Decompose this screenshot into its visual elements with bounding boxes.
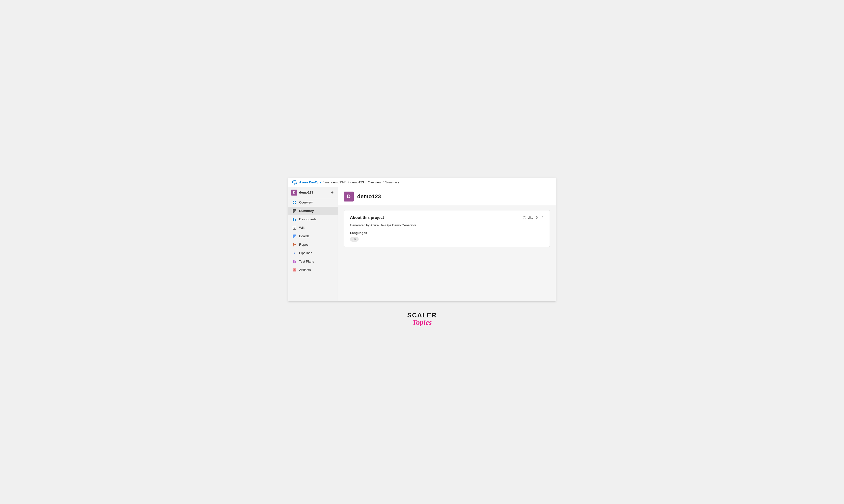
sidebar-nav: Overview Summary: [288, 198, 338, 274]
dashboards-icon: [292, 217, 297, 221]
sidebar-item-dashboards-label: Dashboards: [299, 217, 317, 221]
about-card: About this project Like 0: [344, 210, 550, 247]
about-card-header: About this project Like 0: [350, 215, 544, 220]
sidebar-project-name[interactable]: demo123: [299, 191, 313, 194]
pipelines-icon: [292, 251, 297, 255]
sidebar-item-artifacts-label: Artifacts: [299, 268, 311, 272]
boards-icon: [292, 234, 297, 238]
svg-rect-5: [293, 211, 296, 211]
sidebar-item-overview[interactable]: Overview: [288, 198, 338, 207]
sidebar-item-repos-label: Repos: [299, 243, 308, 247]
sidebar-item-artifacts[interactable]: Artifacts: [288, 266, 338, 274]
about-title: About this project: [350, 215, 384, 220]
languages-section: Languages C#: [350, 231, 544, 242]
breadcrumb-org[interactable]: mandemo1344: [325, 180, 347, 184]
sidebar-item-boards[interactable]: Boards: [288, 232, 338, 240]
like-button[interactable]: Like: [523, 216, 534, 220]
breadcrumb-project[interactable]: demo123: [351, 180, 364, 184]
main-layout: D demo123 +: [288, 187, 556, 301]
overview-icon: [292, 200, 297, 205]
azure-devops-logo-icon: [292, 180, 297, 185]
sidebar-item-test-plans[interactable]: Test Plans: [288, 257, 338, 266]
sidebar-item-overview-label: Overview: [299, 200, 312, 204]
sidebar: D demo123 +: [288, 187, 338, 301]
like-count: 0: [536, 216, 538, 219]
sidebar-item-summary-label: Summary: [299, 209, 314, 213]
svg-rect-16: [293, 234, 294, 238]
svg-rect-3: [295, 203, 296, 204]
sep-4: /: [383, 180, 384, 184]
svg-rect-2: [293, 203, 294, 204]
content-header: D demo123: [338, 187, 556, 205]
summary-icon: [292, 209, 297, 213]
top-bar: Azure DevOps / mandemo1344 / demo123 / O…: [288, 178, 556, 187]
svg-line-27: [542, 216, 543, 217]
sidebar-item-summary[interactable]: Summary: [288, 207, 338, 215]
svg-rect-4: [293, 209, 296, 210]
wiki-icon: [292, 226, 297, 230]
project-header: D demo123 +: [288, 187, 338, 198]
svg-point-19: [293, 243, 294, 244]
add-project-button[interactable]: +: [330, 190, 335, 195]
sidebar-item-boards-label: Boards: [299, 234, 309, 238]
svg-rect-11: [295, 218, 296, 218]
repos-icon: [292, 242, 297, 247]
sep-2: /: [348, 180, 349, 184]
svg-rect-10: [293, 220, 294, 221]
svg-rect-6: [293, 212, 295, 212]
heart-icon: [523, 216, 526, 220]
svg-rect-9: [295, 219, 296, 221]
testplans-icon: [292, 259, 297, 264]
sidebar-item-wiki[interactable]: Wiki: [288, 223, 338, 232]
about-description: Generated by Azure DevOps Demo Generator: [350, 223, 544, 227]
topics-label: Topics: [407, 318, 437, 327]
project-avatar: D: [291, 190, 297, 196]
svg-rect-0: [293, 201, 294, 202]
artifacts-icon: [292, 268, 297, 272]
edit-button[interactable]: [540, 215, 544, 220]
svg-rect-17: [294, 234, 295, 237]
language-badge-csharp: C#: [350, 237, 359, 242]
svg-rect-8: [293, 218, 294, 220]
app-window: Azure DevOps / mandemo1344 / demo123 / O…: [288, 178, 556, 302]
about-actions: Like 0: [523, 215, 544, 220]
scaler-label: SCALER: [407, 311, 437, 319]
languages-label: Languages: [350, 231, 544, 235]
content-area: D demo123 About this project: [338, 187, 556, 301]
brand-label[interactable]: Azure DevOps: [299, 180, 321, 184]
content-project-name: demo123: [357, 193, 381, 200]
svg-rect-25: [293, 270, 296, 271]
svg-rect-18: [295, 234, 296, 236]
sep-3: /: [365, 180, 366, 184]
svg-point-20: [293, 246, 294, 247]
breadcrumb: Azure DevOps / mandemo1344 / demo123 / O…: [299, 180, 399, 184]
footer-brand: SCALER Topics: [407, 311, 437, 327]
sidebar-item-pipelines[interactable]: Pipelines: [288, 249, 338, 257]
content-project-avatar: D: [344, 192, 354, 201]
svg-rect-24: [293, 269, 296, 270]
sidebar-item-test-plans-label: Test Plans: [299, 259, 314, 263]
sidebar-item-dashboards[interactable]: Dashboards: [288, 215, 338, 223]
sidebar-item-wiki-label: Wiki: [299, 226, 305, 230]
edit-icon: [540, 215, 544, 219]
sidebar-item-repos[interactable]: Repos: [288, 240, 338, 249]
breadcrumb-summary: Summary: [385, 180, 399, 184]
sidebar-item-pipelines-label: Pipelines: [299, 251, 312, 255]
sep-1: /: [323, 180, 324, 184]
content-body: About this project Like 0: [338, 205, 556, 252]
svg-rect-7: [293, 212, 294, 213]
svg-rect-1: [295, 201, 296, 202]
breadcrumb-overview[interactable]: Overview: [368, 180, 381, 184]
